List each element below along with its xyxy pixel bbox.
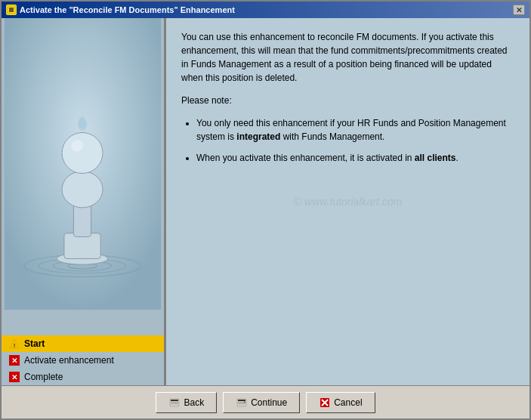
watermark: © www.tutorialkart.com: [294, 196, 402, 208]
sidebar-item-start[interactable]: ! Start: [2, 335, 164, 352]
bullet1-bold: integrated: [236, 131, 280, 142]
bullet-list: You only need this enhancement if your H…: [196, 116, 514, 165]
bullet2-bold: all clients: [415, 153, 456, 163]
sidebar-item-complete-label: Complete: [24, 372, 63, 382]
cancel-button[interactable]: Cancel: [306, 392, 375, 413]
sidebar-item-complete[interactable]: ✕ Complete: [2, 369, 164, 385]
svg-point-14: [72, 140, 83, 151]
activate-icon: ✕: [9, 355, 20, 366]
continue-label: Continue: [251, 397, 287, 408]
warning-icon: !: [9, 338, 20, 349]
bullet-item-2: When you activate this enhancement, it i…: [196, 151, 514, 165]
sidebar-item-start-label: Start: [24, 338, 45, 349]
bullet-item-1: You only need this enhancement if your H…: [196, 116, 514, 144]
complete-icon: ✕: [9, 372, 20, 382]
window-icon: [6, 5, 17, 15]
bullet2-prefix: When you activate this enhancement, it i…: [196, 153, 415, 163]
close-button[interactable]: ✕: [513, 5, 525, 15]
window-title: Activate the "Reconcile FM Documents" En…: [20, 5, 235, 14]
please-note: Please note:: [181, 94, 514, 107]
navigation-section: ! Start ✕ Activate enhancement ✕: [2, 335, 164, 385]
decorative-image: [2, 18, 164, 310]
back-button[interactable]: Back: [156, 392, 217, 413]
cancel-icon: [319, 397, 331, 409]
continue-icon: [236, 397, 248, 409]
sidebar-item-activate[interactable]: ✕ Activate enhancement: [2, 352, 164, 369]
svg-rect-20: [171, 402, 178, 403]
svg-text:!: !: [14, 342, 16, 349]
back-label: Back: [184, 397, 204, 408]
cancel-label: Cancel: [334, 397, 362, 408]
svg-rect-23: [238, 400, 245, 401]
left-panel: ! Start ✕ Activate enhancement ✕: [2, 18, 164, 385]
continue-button[interactable]: Continue: [223, 392, 300, 413]
content-area: ! Start ✕ Activate enhancement ✕: [2, 18, 529, 385]
sidebar-item-activate-label: Activate enhancement: [24, 355, 114, 366]
bullet1-suffix: with Funds Management.: [280, 131, 384, 142]
title-bar-left: Activate the "Reconcile FM Documents" En…: [6, 5, 235, 15]
title-bar: Activate the "Reconcile FM Documents" En…: [2, 2, 529, 18]
svg-rect-21: [171, 403, 178, 404]
svg-point-12: [62, 171, 103, 208]
svg-point-13: [62, 133, 103, 174]
svg-rect-25: [238, 403, 245, 404]
content-body: You can use this enhancement to reconcil…: [181, 30, 514, 165]
paragraph1: You can use this enhancement to reconcil…: [181, 30, 514, 85]
main-window: Activate the "Reconcile FM Documents" En…: [0, 0, 531, 420]
bullet2-suffix: .: [456, 153, 458, 163]
back-icon: [168, 397, 181, 409]
svg-rect-19: [171, 400, 178, 401]
bottom-bar: Back Continue Ca: [2, 385, 529, 418]
right-panel: © www.tutorialkart.com You can use this …: [166, 18, 529, 385]
